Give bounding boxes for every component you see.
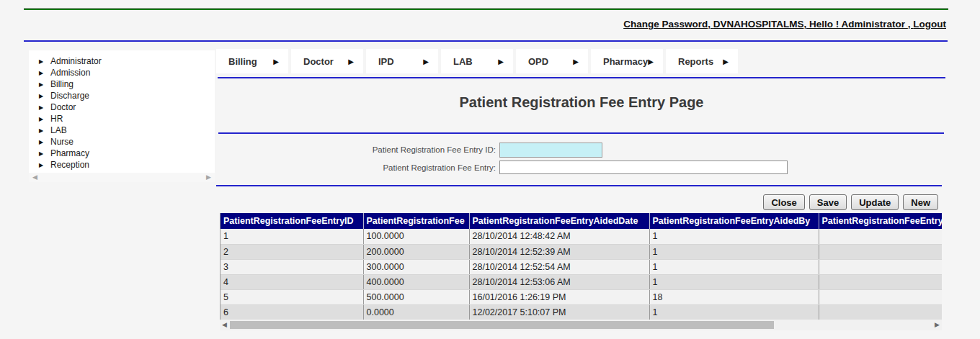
fee-entry-id-input[interactable] [499, 143, 602, 158]
expand-arrow-icon: ▶ [39, 93, 50, 99]
sidebar-item-label: Nurse [50, 137, 74, 147]
sidebar-item-discharge[interactable]: ▶Discharge [39, 90, 215, 101]
cell [819, 244, 942, 259]
menu-label: Billing [228, 56, 257, 67]
fee-entry-grid: PatientRegistrationFeeEntryID PatientReg… [220, 213, 942, 320]
grid-horizontal-scrollbar[interactable]: ◀ ▶ [220, 320, 942, 330]
cell: 28/10/2014 12:52:54 AM [469, 259, 649, 274]
fee-entry-label: Patient Registration Fee Entry: [218, 163, 496, 172]
sidebar-item-admission[interactable]: ▶Admission [39, 67, 215, 78]
col-header-fee-entry: PatientRegistrationFeeEntry [819, 213, 942, 229]
cell [819, 304, 942, 320]
expand-arrow-icon: ▶ [39, 81, 50, 88]
sidebar-item-label: Discharge [50, 91, 89, 101]
cell: 6 [220, 304, 363, 320]
cell [819, 289, 942, 304]
submenu-arrow-icon: ▶ [348, 58, 354, 65]
header-user-links: Change Password, DVNAHOSPITALMS, Hello !… [623, 19, 946, 30]
table-row: 1100.000028/10/2014 12:48:42 AM1 [220, 229, 942, 244]
cell: 16/01/2016 1:26:19 PM [469, 289, 649, 304]
cell: 400.0000 [363, 274, 469, 289]
cell [819, 274, 942, 289]
scroll-right-icon[interactable]: ▶ [935, 320, 940, 330]
cell: 28/10/2014 12:48:42 AM [469, 229, 649, 244]
scrollbar-thumb[interactable] [230, 321, 774, 329]
fee-entry-input[interactable] [499, 161, 788, 174]
cell: 4 [220, 274, 363, 289]
menu-item-reports[interactable]: Reports▶ [666, 49, 738, 73]
expand-arrow-icon: ▶ [39, 70, 50, 76]
close-button[interactable]: Close [763, 194, 804, 210]
sidebar-item-label: Pharmacy [50, 148, 89, 158]
sidebar-item-pharmacy[interactable]: ▶Pharmacy [39, 148, 215, 159]
cell: 28/10/2014 12:52:39 AM [469, 244, 649, 259]
expand-arrow-icon: ▶ [39, 58, 50, 65]
save-button[interactable]: Save [809, 194, 847, 210]
fee-entry-id-label: Patient Registration Fee Entry ID: [218, 145, 496, 154]
form-divider-rule [216, 185, 942, 186]
sidebar-item-nurse[interactable]: ▶Nurse [39, 136, 215, 148]
menu-label: OPD [528, 56, 548, 67]
sidebar-horizontal-scrollbar[interactable]: ◀ ▶ [29, 173, 215, 182]
cell: 1 [649, 274, 819, 289]
cell: 1 [220, 229, 363, 244]
menu-label: Doctor [303, 56, 334, 67]
sidebar-item-label: Billing [50, 79, 74, 89]
page-title: Patient Registration Fee Entry Page [218, 94, 945, 111]
cell [819, 259, 942, 274]
cell: 2 [220, 244, 363, 259]
sidebar-item-doctor[interactable]: ▶Doctor [39, 101, 215, 113]
menu-item-billing[interactable]: Billing▶ [216, 49, 288, 73]
menu-item-ipd[interactable]: IPD▶ [366, 49, 438, 73]
submenu-arrow-icon: ▶ [723, 58, 729, 65]
table-row: 60.000012/02/2017 5:10:07 PM1 [220, 304, 942, 320]
menu-label: Pharmacy [603, 56, 648, 67]
scroll-right-icon[interactable]: ▶ [206, 173, 211, 182]
action-button-row: Close Save Update New [220, 194, 938, 210]
menu-label: Reports [678, 56, 713, 67]
sidebar-item-label: Admission [50, 68, 90, 78]
sidebar-item-hr[interactable]: ▶HR [39, 113, 215, 125]
sidebar-item-reception[interactable]: ▶Reception [39, 159, 215, 171]
table-row: 3300.000028/10/2014 12:52:54 AM1 [220, 259, 942, 274]
cell: 500.0000 [363, 289, 469, 304]
sidebar-item-administrator[interactable]: ▶Administrator [39, 55, 215, 67]
sidebar-item-lab[interactable]: ▶LAB [39, 125, 215, 136]
menu-label: IPD [378, 56, 394, 67]
scroll-left-icon[interactable]: ◀ [222, 320, 227, 330]
cell: 200.0000 [363, 244, 469, 259]
col-header-fee: PatientRegistrationFee [363, 213, 469, 229]
table-row: 2200.000028/10/2014 12:52:39 AM1 [220, 244, 942, 259]
menu-item-pharmacy[interactable]: Pharmacy▶ [591, 49, 663, 73]
title-divider-rule [218, 132, 944, 134]
cell: 1 [649, 229, 819, 244]
sidebar-item-label: Reception [50, 160, 89, 170]
top-menu-bar: Billing▶ Doctor▶ IPD▶ LAB▶ OPD▶ Pharmacy… [216, 49, 741, 73]
change-password-link[interactable]: Change Password [623, 19, 708, 30]
submenu-arrow-icon: ▶ [573, 58, 579, 65]
sidebar-item-billing[interactable]: ▶Billing [39, 78, 215, 90]
cell: 1 [649, 304, 819, 320]
expand-arrow-icon: ▶ [39, 150, 50, 157]
submenu-arrow-icon: ▶ [273, 58, 279, 65]
submenu-arrow-icon: ▶ [423, 58, 429, 65]
menu-item-doctor[interactable]: Doctor▶ [291, 49, 363, 73]
table-row: 5500.000016/01/2016 1:26:19 PM18 [220, 289, 942, 304]
scroll-left-icon[interactable]: ◀ [32, 173, 37, 182]
cell: 1 [649, 244, 819, 259]
expand-arrow-icon: ▶ [39, 127, 50, 134]
hospital-name-link[interactable]: DVNAHOSPITALMS [713, 19, 804, 30]
menu-item-lab[interactable]: LAB▶ [441, 49, 513, 73]
col-header-aided-date: PatientRegistrationFeeEntryAidedDate [469, 213, 649, 229]
cell [819, 229, 942, 244]
sidebar-item-label: LAB [50, 125, 67, 135]
expand-arrow-icon: ▶ [39, 162, 50, 168]
logout-link[interactable]: Logout [913, 19, 946, 30]
cell: 1 [649, 259, 819, 274]
col-header-fee-entry-id: PatientRegistrationFeeEntryID [220, 213, 363, 229]
update-button[interactable]: Update [851, 194, 899, 210]
menu-item-opd[interactable]: OPD▶ [516, 49, 588, 73]
expand-arrow-icon: ▶ [39, 139, 50, 145]
sidebar-item-label: HR [50, 114, 63, 124]
new-button[interactable]: New [903, 194, 938, 210]
